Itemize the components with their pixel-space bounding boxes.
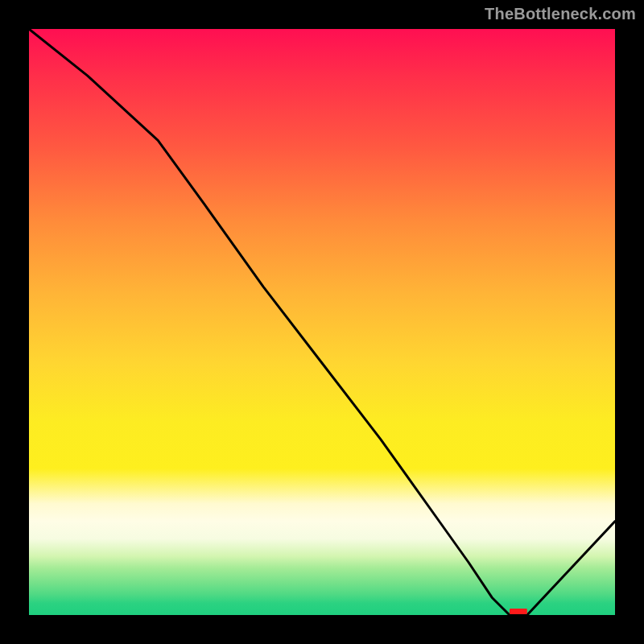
bottleneck-curve [29, 29, 615, 615]
chart-container: TheBottleneck.com [0, 0, 644, 644]
attribution-text: TheBottleneck.com [485, 5, 636, 23]
line-plot-svg [29, 29, 615, 615]
optimal-range-marker [510, 609, 527, 614]
plot-area [29, 29, 615, 615]
